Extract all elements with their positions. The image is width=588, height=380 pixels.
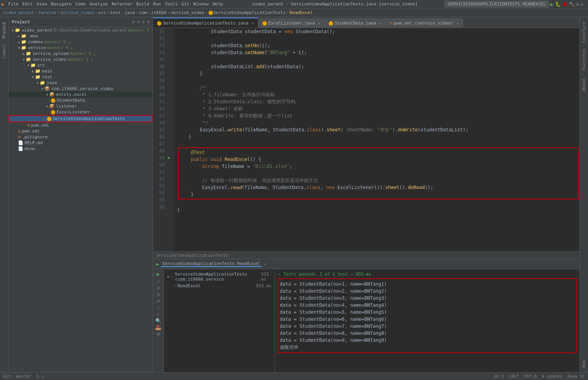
tree-item-excelloistener[interactable]: ⬤ ExcelListener [9, 109, 153, 115]
menu-file[interactable]: File [6, 2, 21, 7]
run-settings-icon[interactable]: ⚙ [157, 331, 160, 337]
tab-close-2[interactable]: ✕ [318, 21, 320, 25]
menu-window[interactable]: Window [191, 2, 211, 7]
run-up-icon[interactable]: ↑ [157, 305, 160, 310]
menu-edit[interactable]: Edit [20, 2, 35, 7]
breadcrumb-part-2[interactable]: service_video [60, 10, 94, 15]
module-icon-video: 📁 [26, 57, 31, 62]
tab-pom-xml[interactable]: m pom.xml (service_video) ✕ [386, 18, 463, 28]
git-status[interactable]: Git: master [3, 374, 32, 379]
breadcrumb-part-7[interactable]: it6666 [151, 10, 167, 15]
tree-item-listener[interactable]: ▼ 📦 listener [9, 103, 153, 109]
tree-item-mvnw[interactable]: 📄 mvnw [9, 146, 153, 152]
tree-item-pom-service[interactable]: m pom.xml [9, 122, 153, 128]
breadcrumb-part-6[interactable]: com [139, 10, 147, 15]
vtab-project[interactable]: Project [1, 19, 7, 41]
tab-excel-listener[interactable]: ⬤ ExcelListener.java ✕ [258, 18, 325, 28]
folder-icon-java: 📁 [40, 80, 45, 85]
tree-item-test[interactable]: ▼ 📁 test [9, 74, 153, 80]
run-ok-icon[interactable]: ✓ [157, 278, 160, 284]
run-play-icon[interactable]: ▶ [156, 271, 160, 277]
status-encoding[interactable]: UTF-8 [524, 374, 537, 379]
sidebar-tool-3[interactable]: ⚙ [142, 19, 145, 25]
run-tab-close[interactable]: ✕ [264, 262, 266, 266]
tree-item-service-upload[interactable]: ▶ 📁 service_upload master/ 9 △ [9, 51, 153, 57]
output-line-7: data = StudentData(no=7, name=BNTang7) [280, 323, 575, 330]
tab-close-1[interactable]: ✕ [252, 21, 254, 25]
tree-item-entity-excel[interactable]: ▼ 📦 entity.excel [9, 92, 153, 97]
run-export-icon[interactable]: 📤 [155, 325, 161, 330]
menu-refactor[interactable]: Refactor [110, 2, 134, 7]
vtab-web[interactable]: Web [581, 357, 587, 371]
breadcrumb-part-0[interactable]: video_parent [3, 10, 34, 15]
menu-navigate[interactable]: Navigate [49, 2, 73, 7]
breadcrumb-part-5[interactable]: java [124, 10, 135, 15]
tab-student-data[interactable]: ⬤ StudentData.java ✕ [325, 18, 386, 28]
menu-tools[interactable]: Tools [163, 2, 179, 7]
settings-icon[interactable]: ⚙ [576, 2, 579, 7]
tree-item-gitignore[interactable]: ⚙ .gitignore [9, 134, 153, 140]
breadcrumb-class[interactable]: ⬤ [208, 10, 213, 15]
menu-view[interactable]: View [35, 2, 49, 7]
tree-item-common[interactable]: ▶ 📁 common master/ 9 △ [9, 39, 153, 45]
run-output-area: ✓ Tests passed: 1 of 1 test — 933 ms dat… [275, 269, 579, 372]
run-search-icon[interactable]: 🔍 [155, 318, 161, 323]
title-center: video_parent - ServiceVideoApplicationTe… [225, 2, 445, 7]
run-down-icon[interactable]: ↓ [157, 311, 160, 317]
run-config-name[interactable]: SERVICEVIDEOAPPLICATIONTESTS.READEXCEL [445, 1, 549, 7]
build-button[interactable]: 🔨 [569, 2, 575, 7]
sidebar-settings[interactable]: ⚙ [147, 19, 149, 25]
menu-analyze[interactable]: Analyze [88, 2, 110, 7]
tree-item-mvn[interactable]: ▶ 📁 .mvn [9, 33, 153, 39]
tree-item-src[interactable]: ▼ 📁 src [9, 62, 153, 68]
tree-item-main[interactable]: ▶ 📁 main [9, 68, 153, 74]
tree-item-studentdata[interactable]: ⬤ StudentData [9, 97, 153, 103]
debug-button[interactable]: 🐛 [555, 2, 561, 7]
vtab-structure[interactable]: Structure [581, 19, 587, 46]
tab-close-4[interactable]: ✕ [457, 21, 459, 25]
vtab-commit[interactable]: Commit [1, 41, 7, 62]
run-sort-icon[interactable]: ⇅ [157, 292, 160, 297]
menu-build[interactable]: Build [134, 2, 151, 7]
code-area[interactable]: 3132333435 3637383940 4142434445 4647484… [153, 28, 579, 251]
sidebar-tool-1[interactable]: ⚙ [132, 19, 135, 25]
run-tree-item-method[interactable]: ✓ ReadExcel 933 ms [165, 283, 273, 289]
vtab-jrebel[interactable]: JRebel [581, 73, 587, 97]
tree-item-java[interactable]: ▼ 📁 java [9, 80, 153, 86]
run-gutter-icon[interactable]: ▶ [167, 154, 174, 161]
breadcrumb-part-1[interactable]: service [38, 10, 56, 15]
status-indent[interactable]: 4 spaces [542, 374, 562, 379]
git-changes[interactable]: 9 △ [36, 374, 44, 379]
run-tab-label[interactable]: ServiceVideoApplicationTests.ReadExcel [161, 261, 262, 267]
tree-item-pom-root[interactable]: m pom.xml [9, 128, 153, 134]
tab-close-3[interactable]: ✕ [379, 21, 382, 25]
run-rerun-icon[interactable]: ↺ [157, 285, 160, 290]
run-button[interactable]: ▶ [550, 1, 553, 7]
menu-code[interactable]: Code [73, 2, 88, 7]
menu-git[interactable]: Git [179, 2, 191, 7]
sep-8: › [205, 10, 208, 15]
breadcrumb-part-4[interactable]: test [110, 10, 121, 15]
status-crlf[interactable]: CRLF [509, 374, 519, 379]
breadcrumb-part-9[interactable]: ServiceVideoApplicationTests [213, 10, 285, 15]
breadcrumb-part-3[interactable]: src [98, 10, 106, 15]
tab-service-video-tests[interactable]: ⬤ ServiceVideoApplicationTests.java ✕ [153, 18, 258, 28]
sidebar-tool-2[interactable]: ≡ [137, 19, 140, 25]
vtab-favorites[interactable]: Favorites [581, 46, 587, 73]
tree-item-help[interactable]: 📄 HELP.md [9, 140, 153, 146]
tree-item-main-class[interactable]: ⬤ ServiceVideoApplicationTests [9, 115, 153, 122]
run-tree-label-method: ReadExcel [178, 283, 201, 288]
breadcrumb-part-8[interactable]: service_video [171, 10, 204, 15]
tree-item-video-parent[interactable]: ▼ 📁 video_parent D:\Develop\IdeaPro\vide… [9, 27, 153, 33]
tree-item-service[interactable]: ▼ 📁 service master/ 9 △ [9, 45, 153, 51]
breadcrumb-part-10[interactable]: ReadExcel [290, 10, 313, 15]
menu-run[interactable]: Run [151, 2, 163, 7]
stop-button[interactable]: ⏹ [563, 2, 567, 7]
update-icon[interactable]: ↻ [581, 2, 583, 7]
tree-item-service-video[interactable]: ▼ 📁 service_video master/ 9 △ [9, 57, 153, 62]
tree-item-package[interactable]: ▼ 📦 com.it6666.service_video [9, 86, 153, 92]
menu-help[interactable]: Help [211, 2, 225, 7]
code-content[interactable]: StudentData studentData = new StudentDat… [174, 28, 579, 251]
run-filter-icon[interactable]: ⇄ [157, 298, 160, 304]
run-tree-item-class[interactable]: ▼ ✓ ServiceVideoApplicationTests (com.it… [165, 271, 273, 283]
